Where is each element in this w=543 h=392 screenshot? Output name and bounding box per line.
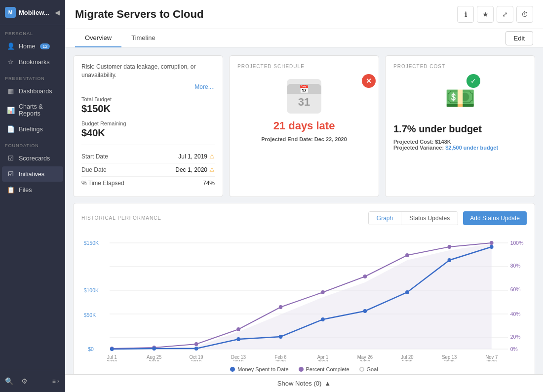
home-icon: 👤 [7, 42, 15, 50]
svg-point-46 [490, 241, 494, 245]
svg-text:2020: 2020 [275, 359, 286, 361]
schedule-icon-container: 📅 31 ✕ [237, 79, 371, 114]
total-budget-value: $150K [81, 103, 215, 115]
share-button[interactable]: ⤢ [497, 6, 513, 23]
sidebar-item-scorecards[interactable]: ☑ Scorecards [2, 151, 63, 166]
info-button[interactable]: ℹ [457, 6, 474, 23]
main-content: Migrate Servers to Cloud ℹ ★ ⤢ ⏱ Overvie… [65, 0, 543, 392]
sidebar-logo: M Mobilew... [5, 7, 49, 18]
svg-text:2020: 2020 [402, 359, 413, 361]
legend-money-spent-label: Money Spent to Date [237, 366, 288, 372]
sidebar-item-initiatives[interactable]: ☑ Initiatives [2, 166, 63, 182]
total-budget-label: Total Budget [81, 96, 215, 102]
chart-header: HISTORICAL PERFORMANCE Graph Status Upda… [81, 211, 527, 225]
sidebar-section-personal: PERSONAL 👤 Home 12 ☆ Bookmarks [0, 25, 65, 70]
time-elapsed-value: 74% [203, 180, 215, 187]
sidebar-item-files[interactable]: 📋 Files [2, 182, 63, 197]
chart-legend: Money Spent to Date Percent Complete Goa… [81, 366, 527, 372]
sidebar-item-dashboards[interactable]: ▦ Dashboards [2, 83, 63, 99]
svg-text:2020: 2020 [444, 359, 455, 361]
chart-tab-status[interactable]: Status Updates [401, 212, 458, 225]
sidebar-item-charts[interactable]: 📊 Charts & Reports [2, 99, 63, 121]
sidebar-item-briefings[interactable]: 📄 Briefings [2, 121, 63, 137]
schedule-section-title: PROJECTED SCHEDULE [237, 64, 371, 69]
sidebar: M Mobilew... ◀ PERSONAL 👤 Home 12 ☆ Book… [0, 0, 65, 392]
calendar-icon-top: 📅 [287, 84, 321, 94]
svg-point-51 [279, 335, 283, 339]
chart-title: HISTORICAL PERFORMANCE [81, 215, 161, 221]
sidebar-item-home[interactable]: 👤 Home 12 [2, 39, 63, 54]
show-notes-bar[interactable]: Show Notes (0) ▲ [65, 374, 543, 392]
cost-headline: 1.7% under budget [393, 123, 527, 135]
legend-goal-label: Goal [367, 366, 378, 372]
svg-text:20%: 20% [510, 333, 521, 339]
legend-goal-dot [359, 367, 364, 372]
svg-text:$100K: $100K [84, 287, 99, 293]
start-date-warning-icon: ⚠ [209, 153, 215, 160]
chart-svg: $150K $100K $50K $0 100% 80% 60% 40% 20%… [81, 233, 527, 361]
svg-text:2020: 2020 [486, 359, 497, 361]
legend-percent-complete: Percent Complete [299, 366, 349, 372]
svg-point-45 [448, 245, 452, 249]
briefings-icon: 📄 [7, 125, 15, 133]
tab-timeline[interactable]: Timeline [121, 29, 165, 47]
initiatives-icon: ☑ [7, 170, 15, 178]
budget-remaining-section: Budget Remaining $40K [81, 120, 215, 139]
projected-cost-row: Projected Cost: $148K [393, 139, 527, 145]
sidebar-collapse-button[interactable]: ◀ [55, 8, 60, 16]
sidebar-section-foundation: FOUNDATION ☑ Scorecards ☑ Initiatives 📋 … [0, 137, 65, 198]
svg-point-53 [363, 309, 367, 313]
svg-point-55 [448, 258, 452, 262]
home-badge: 12 [40, 43, 50, 49]
more-link[interactable]: More.... [81, 83, 215, 90]
search-icon[interactable]: 🔍 [2, 374, 16, 388]
svg-point-42 [321, 290, 325, 294]
star-button[interactable]: ★ [477, 6, 494, 23]
sidebar-item-label: Briefings [19, 126, 43, 133]
sidebar-bottom: 🔍 ⚙ ≡ › [0, 370, 65, 392]
legend-goal: Goal [359, 366, 378, 372]
svg-point-48 [152, 347, 156, 351]
chart-tab-graph[interactable]: Graph [369, 212, 401, 225]
tab-overview[interactable]: Overview [75, 29, 121, 47]
svg-point-41 [279, 305, 283, 309]
logo-text: Mobilew... [19, 9, 49, 16]
history-button[interactable]: ⏱ [516, 6, 533, 23]
projected-end-date: Projected End Date: Dec 22, 2020 [237, 136, 371, 142]
legend-money-spent-dot [230, 367, 235, 372]
svg-text:100%: 100% [510, 239, 524, 245]
tabs-bar: Overview Timeline Edit [65, 29, 543, 47]
sidebar-expand-button[interactable]: ≡ › [48, 375, 63, 388]
sidebar-item-label: Home [19, 43, 35, 50]
sidebar-item-label: Files [19, 187, 32, 194]
add-status-button[interactable]: Add Status Update [463, 211, 527, 225]
cost-section-title: PROJECTED COST [393, 64, 527, 69]
sidebar-item-label: Scorecards [19, 155, 50, 162]
svg-text:40%: 40% [510, 311, 521, 316]
topbar: Migrate Servers to Cloud ℹ ★ ⤢ ⏱ [65, 0, 543, 29]
legend-percent-complete-label: Percent Complete [306, 366, 349, 372]
projected-end-value: Dec 22, 2020 [314, 136, 347, 142]
svg-text:2020: 2020 [360, 359, 371, 361]
logo-icon: M [5, 7, 16, 18]
scorecards-icon: ☑ [7, 155, 15, 162]
svg-text:2019: 2019 [107, 359, 117, 361]
sidebar-item-label: Bookmarks [19, 59, 50, 66]
svg-point-39 [194, 342, 198, 346]
svg-point-49 [194, 347, 198, 351]
edit-button[interactable]: Edit [505, 31, 533, 45]
bookmarks-icon: ☆ [7, 58, 15, 66]
settings-icon[interactable]: ⚙ [18, 374, 31, 388]
sidebar-item-label: Charts & Reports [19, 103, 58, 117]
sidebar-item-bookmarks[interactable]: ☆ Bookmarks [2, 54, 63, 70]
budget-remaining-label: Budget Remaining [81, 120, 215, 126]
projected-variance-value: $2,500 under budget [445, 145, 498, 151]
svg-marker-36 [112, 244, 492, 349]
calendar-day: 31 [298, 96, 310, 109]
dashboards-icon: ▦ [7, 87, 15, 95]
start-date-label: Start Date [81, 153, 108, 160]
time-elapsed-label: % Time Elapsed [81, 180, 124, 187]
chart-tabs: Graph Status Updates [368, 211, 458, 225]
cost-status-badge: ✓ [466, 74, 480, 88]
due-date-value: Dec 1, 2020 ⚠ [175, 166, 215, 173]
